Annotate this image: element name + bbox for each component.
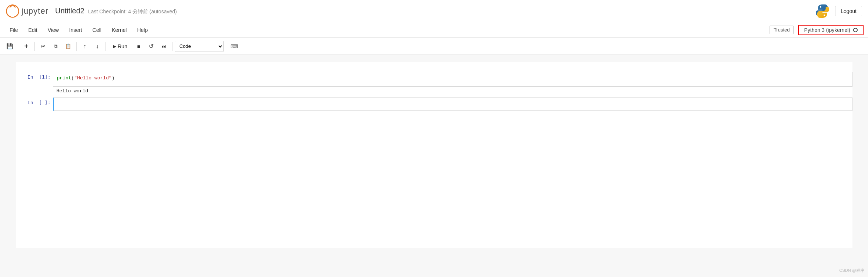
- notebook-body: In [1]: print("Hello world") Hello world…: [0, 55, 868, 263]
- toolbar-separator-2: [34, 42, 35, 51]
- menu-kernel[interactable]: Kernel: [107, 24, 132, 36]
- code-paren-close: ): [112, 75, 115, 81]
- jupyter-logo: jupyter: [6, 4, 48, 18]
- save-button[interactable]: 💾: [4, 40, 16, 52]
- stop-button[interactable]: ■: [133, 40, 145, 52]
- jupyter-brand-text: jupyter: [21, 6, 48, 16]
- kernel-status-circle: [853, 28, 858, 32]
- cell-2-prompt: In [ ]:: [16, 98, 53, 105]
- cell-type-selector[interactable]: Code Markdown Raw NBConvert Heading: [175, 41, 224, 52]
- toolbar-separator-3: [76, 42, 77, 51]
- notebook-title-area: Untitled2 Last Checkpoint: 4 分钟前 (autosa…: [55, 7, 815, 15]
- paste-button[interactable]: 📋: [62, 40, 74, 52]
- svg-point-0: [6, 5, 19, 17]
- svg-point-3: [820, 6, 821, 7]
- text-cursor: [58, 101, 58, 106]
- cell-1-output: Hello world: [53, 87, 852, 95]
- toolbar-separator-4: [105, 42, 106, 51]
- python-logo-icon: [815, 4, 830, 19]
- cell-2-wrapper: In [ ]:: [16, 98, 852, 111]
- watermark: CSDN @程序: [839, 268, 864, 273]
- add-cell-button[interactable]: +: [20, 40, 32, 52]
- cell-1: In [1]: print("Hello world") Hello world: [16, 72, 852, 95]
- menu-insert[interactable]: Insert: [64, 24, 87, 36]
- cell-1-wrapper: In [1]: print("Hello world") Hello world: [16, 72, 852, 95]
- menu-right: Trusted Python 3 (ipykernel): [770, 25, 864, 35]
- keyboard-icon: ⌨: [231, 43, 238, 49]
- menu-view[interactable]: View: [43, 24, 64, 36]
- run-icon: ▶: [113, 44, 116, 49]
- menu-cell[interactable]: Cell: [87, 24, 107, 36]
- jupyter-logo-icon: [6, 4, 19, 18]
- run-label: Run: [118, 43, 127, 49]
- cell-1-prompt: In [1]:: [16, 72, 53, 80]
- move-up-button[interactable]: ↑: [79, 40, 91, 52]
- menu-file[interactable]: File: [4, 24, 23, 36]
- menu-bar: File Edit View Insert Cell Kernel Help T…: [0, 22, 868, 38]
- menu-edit[interactable]: Edit: [23, 24, 43, 36]
- cell-2: In [ ]:: [16, 98, 852, 111]
- cell-1-input[interactable]: print("Hello world"): [53, 72, 852, 87]
- logout-button[interactable]: Logout: [835, 6, 862, 16]
- menu-items: File Edit View Insert Cell Kernel Help: [4, 24, 770, 36]
- menu-help[interactable]: Help: [132, 24, 153, 36]
- checkpoint-info: Last Checkpoint: 4 分钟前 (autosaved): [88, 9, 177, 15]
- code-string: "Hello world": [74, 75, 111, 81]
- move-down-button[interactable]: ↓: [91, 40, 103, 52]
- kernel-name-text: Python 3 (ipykernel): [804, 27, 850, 33]
- toolbar-separator-1: [18, 42, 18, 51]
- top-bar: jupyter Untitled2 Last Checkpoint: 4 分钟前…: [0, 0, 868, 22]
- top-right-controls: Logout: [815, 4, 862, 19]
- kernel-indicator: Python 3 (ipykernel): [798, 25, 864, 35]
- cell-2-input[interactable]: [53, 98, 852, 111]
- code-keyword: print: [57, 75, 71, 81]
- toolbar-separator-5: [172, 42, 172, 51]
- restart-button[interactable]: ↺: [145, 40, 157, 52]
- run-button[interactable]: ▶ Run: [108, 42, 132, 51]
- toolbar: 💾 + ✂ ⧉ 📋 ↑ ↓ ▶ Run ■ ↺ ⏭ Code Markdown …: [0, 38, 868, 55]
- svg-point-4: [824, 14, 825, 16]
- notebook-container: In [1]: print("Hello world") Hello world…: [16, 62, 852, 248]
- trusted-badge[interactable]: Trusted: [770, 26, 794, 34]
- copy-button[interactable]: ⧉: [50, 40, 61, 52]
- fast-forward-button[interactable]: ⏭: [158, 40, 170, 52]
- keyboard-shortcuts-button[interactable]: ⌨: [228, 40, 240, 52]
- notebook-name[interactable]: Untitled2: [55, 7, 84, 15]
- cut-button[interactable]: ✂: [37, 40, 49, 52]
- toolbar-separator-6: [226, 42, 226, 51]
